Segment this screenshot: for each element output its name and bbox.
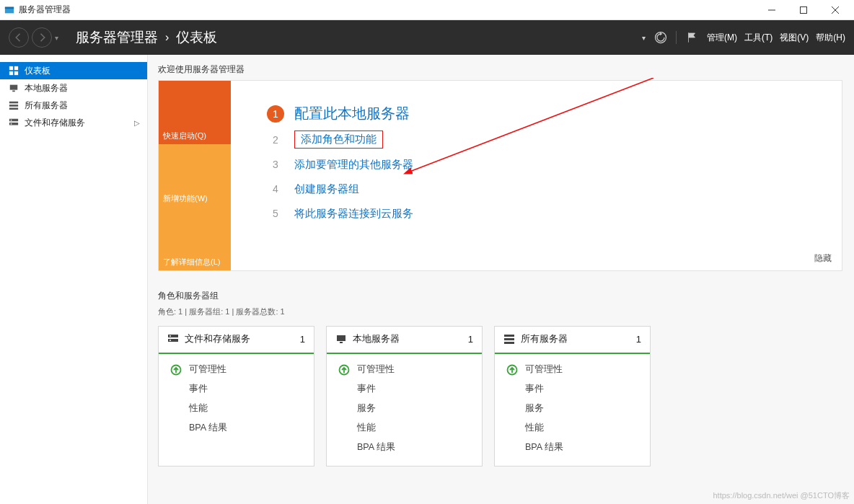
tile-row[interactable]: 服务 (338, 399, 473, 418)
roles-subtitle: 角色: 1 | 服务器组: 1 | 服务器总数: 1 (158, 306, 842, 317)
tile-row-label: 性能 (189, 402, 208, 415)
tile-file-storage[interactable]: 文件和存储服务1可管理性事件性能BPA 结果 (158, 326, 314, 467)
forward-dropdown-icon[interactable]: ▾ (55, 34, 58, 42)
quickstart-step-4[interactable]: 4创建服务器组 (267, 180, 822, 198)
hide-link[interactable]: 隐藏 (814, 252, 832, 265)
quickstart-step-2[interactable]: 2添加角色和功能 (267, 131, 822, 149)
tile-row[interactable]: 性能 (506, 418, 641, 438)
tile-row[interactable]: BPA 结果 (338, 438, 473, 457)
sidebar-item-local-server[interactable]: 本地服务器 (0, 79, 147, 97)
tile-row-label: BPA 结果 (525, 441, 563, 454)
welcome-heading: 欢迎使用服务器管理器 (158, 63, 842, 76)
step-link[interactable]: 添加角色和功能 (294, 131, 383, 149)
up-arrow-icon (170, 364, 182, 376)
welcome-panel: 快速启动(Q) 新增功能(W) 了解详细信息(L) 1配置此本地服务器2添加角色… (158, 80, 842, 271)
up-arrow-icon (506, 364, 518, 376)
quickstart-step-3[interactable]: 3添加要管理的其他服务器 (267, 156, 822, 173)
sidebar: 仪表板本地服务器所有服务器文件和存储服务▷ (0, 55, 147, 504)
all-servers-icon (503, 333, 515, 345)
header-dropdown-icon[interactable]: ▾ (642, 34, 646, 42)
tile-row-label: 性能 (525, 422, 544, 434)
svg-rect-3 (801, 6, 807, 13)
tile-row-label: 性能 (357, 422, 376, 434)
local-server-icon (335, 333, 347, 345)
tile-separator (327, 353, 482, 354)
tab-learnmore[interactable]: 了解详细信息(L) (159, 207, 231, 270)
sidebar-item-dashboard[interactable]: 仪表板 (0, 62, 147, 79)
tile-all-servers[interactable]: 所有服务器1可管理性事件服务性能BPA 结果 (494, 326, 651, 467)
tile-row-label: BPA 结果 (357, 441, 395, 454)
step-link[interactable]: 配置此本地服务器 (294, 104, 410, 123)
sidebar-item-label: 文件和存储服务 (25, 117, 85, 129)
quickstart-step-5[interactable]: 5将此服务器连接到云服务 (267, 205, 822, 222)
roles-heading: 角色和服务器组 (158, 290, 842, 302)
sidebar-item-all-servers[interactable]: 所有服务器 (0, 97, 147, 114)
window-title: 服务器管理器 (19, 4, 71, 16)
tab-whatsnew[interactable]: 新增功能(W) (159, 144, 231, 208)
menu-view[interactable]: 视图(V) (780, 32, 809, 44)
tile-row[interactable]: 性能 (170, 399, 305, 418)
chevron-right-icon: ▷ (134, 119, 140, 127)
tile-row[interactable]: 可管理性 (170, 360, 305, 379)
svg-rect-7 (9, 66, 13, 70)
svg-point-18 (11, 120, 12, 121)
svg-rect-10 (14, 71, 18, 75)
tile-row[interactable]: 可管理性 (338, 360, 473, 379)
svg-point-22 (170, 335, 171, 337)
tile-count: 1 (636, 334, 641, 345)
tile-row-label: 可管理性 (525, 363, 563, 376)
tile-row-label: 可管理性 (357, 363, 395, 376)
menu-help[interactable]: 帮助(H) (816, 32, 845, 44)
tile-row[interactable]: 服务 (506, 399, 641, 418)
tile-row[interactable]: BPA 结果 (506, 438, 641, 457)
tile-row[interactable]: 性能 (338, 418, 473, 438)
window-titlebar: 服务器管理器 (0, 0, 854, 20)
tile-row[interactable]: 事件 (506, 379, 641, 399)
maximize-button[interactable] (788, 0, 819, 20)
svg-rect-30 (504, 342, 514, 344)
refresh-icon[interactable] (653, 30, 669, 45)
tile-count: 1 (300, 334, 305, 345)
tile-local-server[interactable]: 本地服务器1可管理性事件服务性能BPA 结果 (326, 326, 483, 467)
back-button[interactable] (9, 27, 29, 48)
tile-row[interactable]: 可管理性 (506, 360, 641, 379)
tile-row-label: 事件 (189, 383, 208, 395)
tile-row[interactable]: BPA 结果 (170, 418, 305, 438)
svg-rect-1 (5, 6, 14, 9)
up-arrow-icon (338, 364, 350, 376)
svg-point-23 (170, 340, 171, 341)
sidebar-item-file-storage[interactable]: 文件和存储服务▷ (0, 114, 147, 131)
header-separator (676, 31, 677, 44)
step-number-badge: 1 (267, 105, 284, 123)
forward-button[interactable] (32, 27, 52, 48)
step-link[interactable]: 添加要管理的其他服务器 (294, 158, 413, 172)
menu-tools[interactable]: 工具(T) (744, 32, 772, 44)
step-number-badge: 5 (267, 205, 284, 222)
step-number-badge: 2 (267, 131, 284, 149)
svg-point-19 (11, 123, 12, 125)
tile-row-label: BPA 结果 (189, 422, 227, 434)
breadcrumb-root[interactable]: 服务器管理器 (76, 28, 158, 47)
tile-separator (159, 353, 314, 354)
tile-row[interactable]: 事件 (170, 379, 305, 399)
menu-manage[interactable]: 管理(M) (707, 32, 737, 44)
flag-icon[interactable] (684, 30, 700, 45)
tile-row-label: 事件 (357, 383, 376, 395)
tile-title: 本地服务器 (353, 332, 400, 345)
minimize-button[interactable] (756, 0, 788, 20)
step-link[interactable]: 将此服务器连接到云服务 (294, 207, 413, 221)
app-header: ▾ 服务器管理器 › 仪表板 ▾ 管理(M) 工具(T) 视图(V) 帮助(H) (0, 20, 854, 55)
sidebar-item-label: 所有服务器 (25, 100, 68, 112)
tile-row[interactable]: 事件 (338, 379, 473, 399)
breadcrumb: 服务器管理器 › 仪表板 (76, 28, 217, 47)
quickstart-step-1[interactable]: 1配置此本地服务器 (267, 104, 822, 123)
tile-row-label: 服务 (525, 402, 544, 415)
local-server-icon (9, 83, 19, 93)
close-button[interactable] (819, 0, 851, 20)
tab-quickstart[interactable]: 快速启动(Q) (159, 81, 231, 144)
tile-title: 所有服务器 (521, 332, 568, 345)
sidebar-item-label: 本地服务器 (25, 82, 68, 94)
svg-rect-14 (9, 105, 18, 107)
step-number-badge: 3 (267, 156, 284, 173)
step-link[interactable]: 创建服务器组 (294, 182, 359, 196)
